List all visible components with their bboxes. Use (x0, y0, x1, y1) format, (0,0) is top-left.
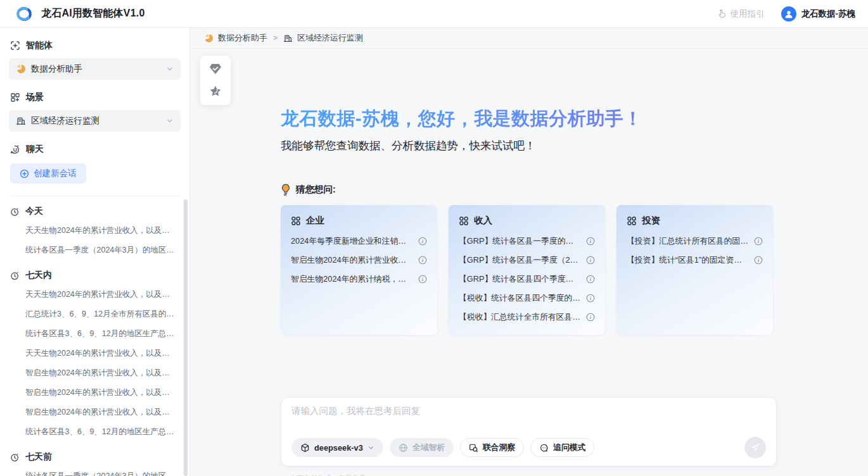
info-icon[interactable]: i (418, 275, 427, 284)
card-title-text: 企业 (306, 215, 324, 227)
info-icon[interactable]: i (586, 237, 595, 246)
info-icon[interactable]: i (586, 313, 595, 322)
history-item[interactable]: 汇总统计3、6、9、12月全市所有区县的税... (9, 304, 181, 324)
suggested-question-text: 智启生物2024年的累计营业收入，... (291, 255, 413, 266)
main-area: 数据分析助手 > 区域经济运行监测 (190, 28, 868, 476)
svg-text:i: i (590, 314, 592, 320)
info-icon[interactable]: i (754, 237, 763, 246)
suggestion-card: 收入【GRP】统计各区县一季度的地区...i【GRP】统计各区县一季度（2024… (449, 205, 605, 335)
breadcrumb-separator: > (273, 34, 278, 42)
svg-text:i: i (590, 295, 592, 301)
history-group-label: 七天前 (25, 451, 52, 463)
history-item[interactable]: 天天生物2024年的累计营业收入，以及同期... (9, 285, 181, 304)
scene-select[interactable]: 区域经济运行监测 (9, 110, 181, 132)
new-chat-button[interactable]: 创建新会话 (10, 163, 86, 184)
followup-icon (539, 443, 549, 453)
suggested-question[interactable]: 【GRP】统计各区县四个季度的地...i (459, 270, 595, 289)
category-grid-icon (459, 216, 469, 226)
info-icon[interactable]: i (754, 256, 763, 265)
svg-text:i: i (590, 276, 592, 282)
suggested-question[interactable]: 【投资】汇总统计所有区县的固定...i (627, 232, 763, 251)
svg-text:i: i (590, 257, 592, 263)
model-select[interactable]: deepseek-v3 (291, 438, 383, 457)
suggestion-cards: 企业2024年每季度新增企业和注销企业i智启生物2024年的累计营业收入，...… (281, 205, 774, 335)
history-item[interactable]: 统计各区县3、6、9、12月的地区生产总值... (9, 324, 181, 344)
info-icon[interactable]: i (418, 237, 427, 246)
welcome-content: 龙石数据-苏槐，您好，我是数据分析助手！ 我能够帮您查询数据、分析数据趋势，快来… (281, 108, 777, 476)
tool-pill[interactable]: 全域智析 (390, 438, 454, 457)
agent-section-text: 智能体 (26, 40, 53, 51)
user-avatar (781, 6, 796, 22)
category-grid-icon (291, 216, 301, 226)
history-item[interactable]: 统计各区县3、6、9、12月的地区生产总值... (9, 422, 181, 442)
suggest-header: 猜您想问: (281, 182, 777, 196)
history-item[interactable]: 天天生物2024年的累计营业收入，以及同期... (9, 221, 181, 241)
history-group-header: 七天内 (10, 269, 179, 282)
history-item[interactable]: 智启生物2024年的累计营业收入，以及同期... (9, 363, 181, 383)
breadcrumb-agent[interactable]: 数据分析助手 (204, 32, 267, 44)
send-button[interactable] (744, 437, 766, 458)
history-item[interactable]: 统计各区县一季度（2024年3月）的地区生... (9, 241, 181, 260)
scene-selected-value: 区域经济运行监测 (31, 115, 99, 127)
app-window: 龙石AI用数智能体V1.0 使用指引 龙石数据-苏槐 (0, 0, 868, 476)
card-title: 企业 (291, 215, 427, 227)
tool-pill-label: 联合洞察 (483, 442, 515, 453)
card-title: 收入 (459, 215, 595, 227)
app-logo-icon (13, 6, 35, 22)
greeting-subtitle: 我能够帮您查询数据、分析数据趋势，快来试试吧！ (281, 138, 777, 154)
info-icon[interactable]: i (586, 275, 595, 284)
user-menu[interactable]: 龙石数据-苏槐 (781, 6, 856, 22)
history-group-header: 七天前 (10, 451, 179, 463)
suggested-question-text: 【投资】汇总统计所有区县的固定... (627, 236, 749, 247)
tool-pill[interactable]: 追问模式 (530, 438, 594, 457)
clock-icon (10, 271, 20, 280)
info-icon[interactable]: i (586, 256, 595, 265)
agent-select[interactable]: 数据分析助手 (9, 58, 181, 80)
history-item[interactable]: 统计各区县一季度（2024年3月）的地区生... (9, 467, 181, 476)
suggested-question-text: 【投资】统计“区县1”的固定资产投... (627, 255, 749, 266)
tool-pill[interactable]: 联合洞察 (460, 438, 524, 457)
suggested-question[interactable]: 【税收】汇总统计全市所有区县的...i (459, 308, 595, 327)
cube-icon (300, 443, 310, 453)
history-group-header: 今天 (10, 205, 179, 218)
suggested-question[interactable]: 智启生物2024年的累计纳税，以及...i (291, 270, 427, 289)
agent-section-label: 智能体 (10, 39, 179, 52)
breadcrumb-scene[interactable]: 区域经济运行监测 (283, 32, 363, 44)
agent-icon (10, 41, 20, 51)
sidebar-divider (9, 196, 181, 196)
scene-section-text: 场景 (26, 92, 44, 103)
question-input[interactable] (291, 406, 766, 416)
suggested-question[interactable]: 2024年每季度新增企业和注销企业i (291, 232, 427, 251)
floating-toolbar (200, 56, 231, 105)
svg-text:i: i (422, 276, 424, 282)
building-icon (16, 116, 26, 126)
history-item[interactable]: 智启生物2024年的累计营业收入，以及同期... (9, 403, 181, 422)
clock-icon (10, 207, 20, 216)
svg-text:i: i (590, 238, 592, 244)
history-item[interactable]: 天天生物2024年的累计营业收入，以及同期... (9, 344, 181, 363)
sidebar-scrollbar[interactable] (184, 199, 188, 476)
hand-pointer-icon (717, 9, 727, 18)
suggested-question-text: 【GRP】统计各区县一季度的地区... (459, 236, 581, 247)
gem-check-icon[interactable] (209, 63, 222, 75)
suggested-question[interactable]: 【投资】统计“区县1”的固定资产投...i (627, 251, 763, 270)
category-grid-icon (627, 216, 637, 226)
suggested-question-text: 【GRP】统计各区县一季度（2024... (459, 255, 581, 266)
pie-chart-icon (204, 34, 214, 43)
info-icon[interactable]: i (586, 294, 595, 303)
insight-icon (469, 443, 478, 453)
pie-chart-icon (16, 64, 26, 74)
chat-smile-icon (10, 144, 20, 154)
suggested-question[interactable]: 【GRP】统计各区县一季度（2024...i (459, 251, 595, 270)
suggested-question[interactable]: 智启生物2024年的累计营业收入，...i (291, 251, 427, 270)
usage-guide-link[interactable]: 使用指引 (717, 8, 765, 20)
ai-disclaimer: 内容由AI生成，仅供参考 (281, 473, 777, 476)
history-item[interactable]: 智启生物2024年的累计营业收入，以及同期... (9, 383, 181, 403)
star-icon[interactable] (209, 85, 222, 97)
suggested-question[interactable]: 【GRP】统计各区县一季度的地区...i (459, 232, 595, 251)
info-icon[interactable]: i (418, 256, 427, 265)
suggested-question[interactable]: 【税收】统计各区县四个季度的税...i (459, 289, 595, 308)
breadcrumb-agent-label: 数据分析助手 (218, 32, 267, 44)
plus-circle-icon (20, 169, 29, 178)
lightbulb-icon (281, 184, 291, 196)
